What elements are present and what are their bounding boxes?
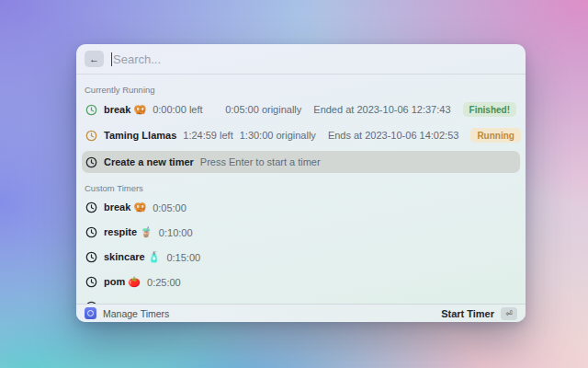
create-new-timer-row[interactable]: Create a new timer Press Enter to start … [82, 151, 520, 173]
timer-name: break 🥨 [104, 201, 146, 213]
custom-timer-row-break[interactable]: break 🥨 0:05:00 [82, 195, 520, 220]
search-input[interactable] [113, 52, 517, 66]
status-badge: Finished! [463, 102, 516, 117]
manage-timers-label[interactable]: Manage Timers [103, 308, 169, 319]
clock-icon [85, 226, 97, 238]
clock-icon [85, 251, 97, 263]
timer-name: Taming Llamas [104, 130, 176, 141]
status-badge: Running [470, 128, 521, 143]
timer-duration: 0:15:00 [166, 252, 200, 263]
timer-remaining: 1:24:59 left [183, 130, 232, 141]
section-custom-timers: Custom Timers [85, 182, 517, 195]
clock-icon-amber [85, 130, 97, 142]
custom-timer-row-respite[interactable]: respite 🧋 0:10:00 [82, 220, 520, 245]
launcher-window: ← Currently Running break 🥨 0:00:00 left… [76, 44, 526, 322]
timer-original: 1:30:00 originally [240, 130, 316, 141]
timer-remaining: 0:00:00 left [153, 104, 202, 115]
create-timer-label: Create a new timer [104, 156, 194, 167]
back-arrow-icon: ← [89, 53, 99, 64]
timer-meta: 1:30:00 originally Ends at 2023-10-06 14… [240, 128, 521, 143]
clock-icon [85, 156, 97, 168]
back-button[interactable]: ← [85, 51, 104, 67]
start-timer-action[interactable]: Start Timer [441, 308, 494, 319]
timer-row-taming-llamas[interactable]: Taming Llamas 1:24:59 left 1:30:00 origi… [82, 122, 520, 148]
create-timer-hint: Press Enter to start a timer [200, 156, 321, 167]
timer-duration: 0:05:00 [153, 202, 187, 213]
results-list: Currently Running break 🥨 0:00:00 left 0… [76, 75, 526, 304]
clock-icon [85, 201, 97, 213]
enter-key-icon[interactable]: ⏎ [501, 307, 517, 320]
custom-timer-row-skincare[interactable]: skincare 🧴 0:15:00 [82, 245, 520, 270]
timer-duration: 0:10:00 [159, 227, 193, 238]
section-currently-running: Currently Running [85, 84, 517, 97]
timer-name: pom 🍅 [104, 276, 141, 288]
timer-row-break-running[interactable]: break 🥨 0:00:00 left 0:05:00 originally … [82, 97, 520, 122]
timer-meta: 0:05:00 originally Ended at 2023-10-06 1… [225, 102, 516, 117]
clock-icon-green [85, 104, 97, 116]
timer-original: 0:05:00 originally [225, 104, 301, 115]
timer-name: break 🥨 [104, 104, 146, 116]
clock-icon [85, 276, 97, 288]
text-caret [111, 52, 112, 66]
custom-timer-row-pom[interactable]: pom 🍅 0:25:00 [82, 270, 520, 294]
timer-app-icon [85, 307, 96, 319]
search-field-wrap [111, 44, 517, 74]
action-bar: Manage Timers Start Timer ⏎ [76, 304, 526, 322]
search-bar: ← [76, 44, 526, 75]
timer-end-date: Ends at 2023-10-06 14:02:53 [328, 130, 459, 141]
timer-end-date: Ended at 2023-10-06 12:37:43 [313, 104, 450, 115]
custom-timer-row-deep-work[interactable]: deep work 0:50:00 [82, 294, 520, 304]
timer-name: skincare 🧴 [104, 251, 160, 263]
timer-name: respite 🧋 [104, 226, 153, 238]
timer-duration: 0:25:00 [147, 277, 181, 288]
